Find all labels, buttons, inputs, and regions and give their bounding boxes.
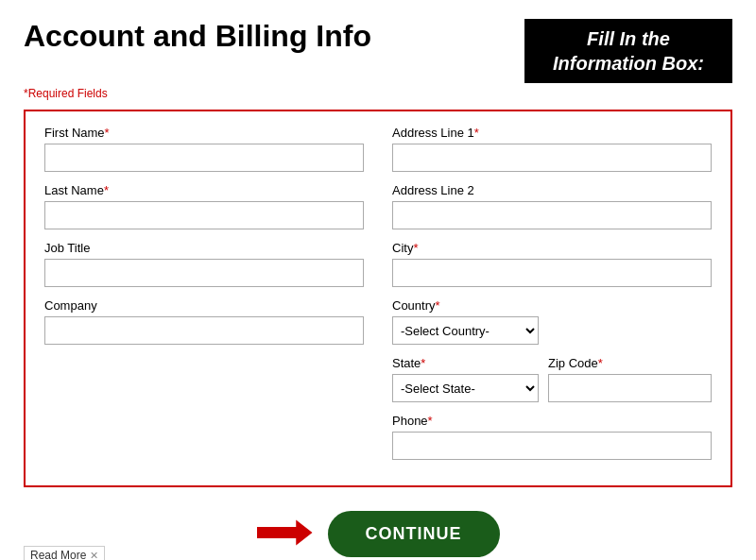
last-name-label: Last Name*: [44, 183, 364, 197]
city-input[interactable]: [392, 259, 712, 287]
zip-label: Zip Code*: [548, 356, 712, 370]
first-name-group: First Name*: [44, 126, 364, 172]
last-name-group: Last Name*: [44, 183, 364, 229]
phone-input[interactable]: [392, 432, 712, 460]
company-label: Company: [44, 298, 364, 313]
form-container: First Name* Last Name* Job Title Company: [24, 110, 732, 487]
address1-label: Address Line 1*: [392, 126, 712, 140]
company-input[interactable]: [44, 316, 364, 345]
read-more-label: Read More: [30, 549, 86, 560]
read-more-close-icon[interactable]: ✕: [90, 550, 98, 561]
form-columns: First Name* Last Name* Job Title Company: [44, 126, 712, 471]
address1-input[interactable]: [392, 144, 712, 172]
state-label: State*: [392, 356, 539, 370]
job-title-group: Job Title: [44, 241, 364, 287]
header-area: Account and Billing Info Fill In the Inf…: [24, 19, 732, 83]
address2-input[interactable]: [392, 201, 712, 229]
state-zip-row: State* -Select State- Zip Code*: [392, 356, 712, 402]
required-note: *Required Fields: [24, 87, 732, 100]
read-more-tag: Read More ✕: [24, 546, 105, 560]
first-name-label: First Name*: [44, 126, 364, 140]
job-title-input[interactable]: [44, 259, 364, 287]
company-group: Company: [44, 298, 364, 345]
fill-info-box: Fill In the Information Box:: [524, 19, 732, 83]
arrow-icon: [257, 514, 314, 555]
form-left-col: First Name* Last Name* Job Title Company: [44, 126, 364, 471]
last-name-input[interactable]: [44, 201, 364, 229]
svg-marker-0: [257, 519, 313, 545]
first-name-input[interactable]: [44, 144, 364, 172]
country-group: Country* -Select Country-: [392, 298, 712, 345]
footer-area: CONTINUE Read More ✕: [24, 501, 732, 560]
address2-label: Address Line 2: [392, 183, 712, 197]
address1-group: Address Line 1*: [392, 126, 712, 172]
page-container: Account and Billing Info Fill In the Inf…: [0, 0, 756, 560]
form-right-col: Address Line 1* Address Line 2 City*: [392, 126, 712, 471]
page-title: Account and Billing Info: [24, 19, 371, 54]
zip-group: Zip Code*: [548, 356, 712, 402]
address2-group: Address Line 2: [392, 183, 712, 229]
country-select[interactable]: -Select Country-: [392, 316, 539, 345]
city-label: City*: [392, 241, 712, 255]
continue-button[interactable]: CONTINUE: [328, 511, 500, 557]
zip-input[interactable]: [548, 374, 712, 402]
state-select[interactable]: -Select State-: [392, 374, 539, 402]
country-label: Country*: [392, 298, 712, 313]
city-group: City*: [392, 241, 712, 287]
phone-label: Phone*: [392, 414, 712, 428]
phone-group: Phone*: [392, 414, 712, 460]
job-title-label: Job Title: [44, 241, 364, 255]
state-group: State* -Select State-: [392, 356, 539, 402]
state-zip-group: State* -Select State- Zip Code*: [392, 356, 712, 402]
